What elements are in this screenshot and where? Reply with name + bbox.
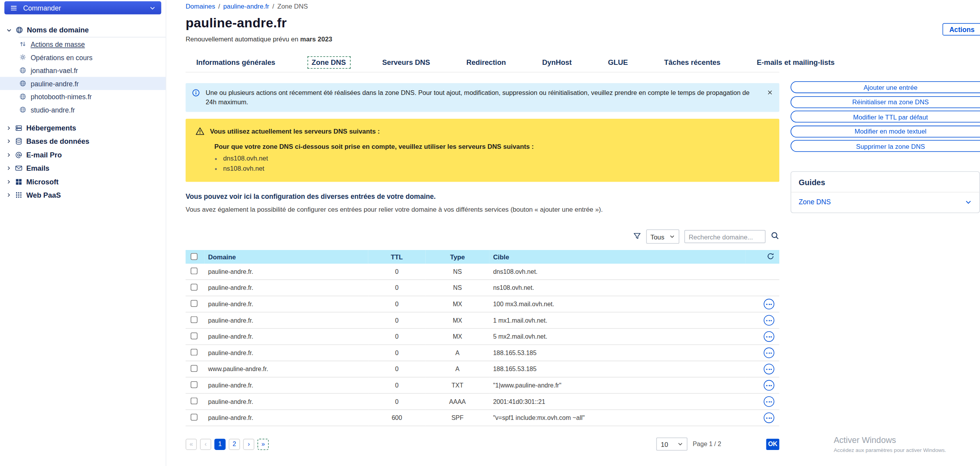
ok-button[interactable]: OK: [766, 439, 780, 450]
tab-taches-recentes[interactable]: Tâches récentes: [660, 56, 725, 69]
tab-redirection[interactable]: Redirection: [462, 56, 511, 69]
tab-dynhost[interactable]: DynHost: [538, 56, 576, 69]
sidebar-section-noms-de-domaine[interactable]: Noms de domaine: [0, 23, 166, 37]
search-icon[interactable]: [771, 231, 779, 242]
action-modifier-le-ttl-par-defaut-button[interactable]: Modifier le TTL par défaut: [791, 111, 980, 122]
cell-domain: pauline-andre.fr.: [204, 377, 368, 394]
row-checkbox[interactable]: [191, 316, 198, 323]
refresh-icon[interactable]: [767, 252, 774, 262]
row-menu-button[interactable]: [764, 396, 774, 407]
sidebar-item-photobooth-nimes-fr[interactable]: photobooth-nimes.fr: [0, 90, 166, 103]
actions-dropdown-button[interactable]: Actions: [943, 23, 980, 36]
dns-server-list: dns108.ovh.netns108.ovh.net: [223, 154, 769, 172]
sidebar-section-bases-de-donnees[interactable]: Bases de données: [0, 135, 166, 148]
type-filter-select[interactable]: Tous: [646, 229, 679, 244]
row-menu-button[interactable]: [764, 348, 774, 358]
guide-link-zone-dns[interactable]: Zone DNS: [791, 193, 980, 212]
cell-target: 5 mx2.mail.ovh.net.: [489, 329, 746, 345]
close-icon[interactable]: [767, 88, 773, 98]
row-menu-button[interactable]: [764, 380, 774, 391]
order-button[interactable]: Commander: [4, 1, 161, 14]
row-checkbox[interactable]: [191, 268, 198, 275]
sidebar-item-pauline-andre-fr[interactable]: pauline-andre.fr: [0, 77, 166, 90]
globe-icon: [20, 67, 27, 74]
tab-e-mails-et-mailing-lists[interactable]: E-mails et mailing-lists: [752, 56, 839, 69]
globe-icon: [16, 26, 23, 34]
action-supprimer-la-zone-dns-button[interactable]: Supprimer la zone DNS: [791, 140, 980, 152]
cell-type: A: [426, 345, 489, 361]
chevron-down-icon: [6, 27, 12, 33]
tab-informations-generales[interactable]: Informations générales: [192, 56, 280, 69]
row-checkbox[interactable]: [191, 381, 198, 388]
row-checkbox[interactable]: [191, 332, 198, 339]
sidebar-section-microsoft[interactable]: Microsoft: [0, 175, 166, 188]
per-page-select[interactable]: 10: [657, 437, 688, 451]
row-checkbox[interactable]: [191, 300, 198, 307]
breadcrumb-item[interactable]: pauline-andre.fr: [223, 2, 270, 10]
intro-heading: Vous pouvez voir ici la configuration de…: [186, 193, 779, 200]
action-ajouter-une-entree-button[interactable]: Ajouter une entrée: [791, 81, 980, 93]
page-2-button[interactable]: 2: [229, 439, 240, 450]
chevron-right-icon: [6, 125, 11, 130]
grid-icon: [15, 191, 22, 199]
row-checkbox[interactable]: [191, 414, 198, 421]
search-input[interactable]: [684, 230, 766, 243]
guides-panel: Guides Zone DNS: [791, 171, 980, 213]
select-all-checkbox[interactable]: [191, 253, 198, 260]
sidebar-section-emails[interactable]: Emails: [0, 162, 166, 175]
cell-domain: pauline-andre.fr.: [204, 312, 368, 329]
cell-target: 188.165.53.185: [489, 345, 746, 361]
sidebar-item-jonathan-vael-fr[interactable]: jonathan-vael.fr: [0, 64, 166, 77]
row-menu-button[interactable]: [764, 412, 774, 423]
last-page-button[interactable]: »: [257, 439, 269, 450]
cell-type: MX: [426, 329, 489, 345]
dns-server-item: dns108.ovh.net: [223, 154, 769, 162]
sidebar-item-studio-andre-fr[interactable]: studio-andre.fr: [0, 103, 166, 116]
warning-icon: [196, 127, 204, 136]
breadcrumb: Domaines/pauline-andre.fr/Zone DNS: [186, 2, 779, 10]
table-row: pauline-andre.fr. 0 NS ns108.ovh.net.: [186, 280, 779, 296]
watermark-line1: Activer Windows: [834, 436, 946, 445]
cell-domain: pauline-andre.fr.: [204, 329, 368, 345]
breadcrumb-item[interactable]: Domaines: [186, 2, 215, 10]
cell-target: ns108.ovh.net.: [489, 280, 746, 296]
tab-glue[interactable]: GLUE: [603, 56, 632, 69]
dns-records-table: Domaine TTL Type Cible pauline-andre.fr.…: [186, 250, 779, 426]
row-checkbox[interactable]: [191, 349, 198, 356]
first-page-button[interactable]: «: [186, 439, 197, 450]
tab-zone-dns[interactable]: Zone DNS: [307, 56, 350, 69]
sidebar-section-web-paas[interactable]: Web PaaS: [0, 188, 166, 202]
prev-page-button[interactable]: ‹: [200, 439, 211, 450]
filter-icon[interactable]: [633, 232, 641, 242]
sidebar-section-list: Hébergements Bases de données E-mail Pro…: [0, 121, 166, 202]
cell-ttl: 0: [368, 361, 425, 377]
chevron-right-icon: [6, 179, 11, 184]
chevron-right-icon: [6, 152, 11, 157]
row-checkbox[interactable]: [191, 365, 198, 372]
sidebar-item-actions-de-masse[interactable]: Actions de masse: [0, 37, 166, 51]
row-checkbox[interactable]: [191, 284, 198, 291]
sidebar-section-hebergements[interactable]: Hébergements: [0, 121, 166, 134]
sidebar-section-e-mail-pro[interactable]: E-mail Pro: [0, 148, 166, 161]
pagination: «‹12›» 10 Page 1 / 2 OK: [186, 437, 779, 451]
breadcrumb-item: Zone DNS: [277, 2, 308, 10]
row-checkbox[interactable]: [191, 398, 198, 405]
cell-target: 100 mx3.mail.ovh.net.: [489, 296, 746, 312]
action-modifier-en-mode-textuel-button[interactable]: Modifier en mode textuel: [791, 125, 980, 137]
row-menu-button[interactable]: [764, 331, 774, 342]
row-menu-button[interactable]: [764, 299, 774, 309]
row-menu-button[interactable]: [764, 315, 774, 326]
tab-serveurs-dns[interactable]: Serveurs DNS: [378, 56, 434, 69]
sidebar-item-label: Opérations en cours: [30, 54, 93, 61]
menu-icon: [10, 4, 18, 11]
action-reinitialiser-ma-zone-dns-button[interactable]: Réinitialiser ma zone DNS: [791, 96, 980, 108]
page-1-button[interactable]: 1: [214, 439, 226, 450]
sidebar-item-operations-en-cours[interactable]: Opérations en cours: [0, 51, 166, 64]
sidebar-section-label: Emails: [26, 164, 49, 172]
sidebar-section-label: Noms de domaine: [27, 26, 89, 34]
next-page-button[interactable]: ›: [243, 439, 254, 450]
chevron-down-icon: [965, 198, 972, 205]
cell-domain: pauline-andre.fr.: [204, 296, 368, 312]
sidebar-item-label: jonathan-vael.fr: [30, 66, 78, 74]
row-menu-button[interactable]: [764, 364, 774, 374]
